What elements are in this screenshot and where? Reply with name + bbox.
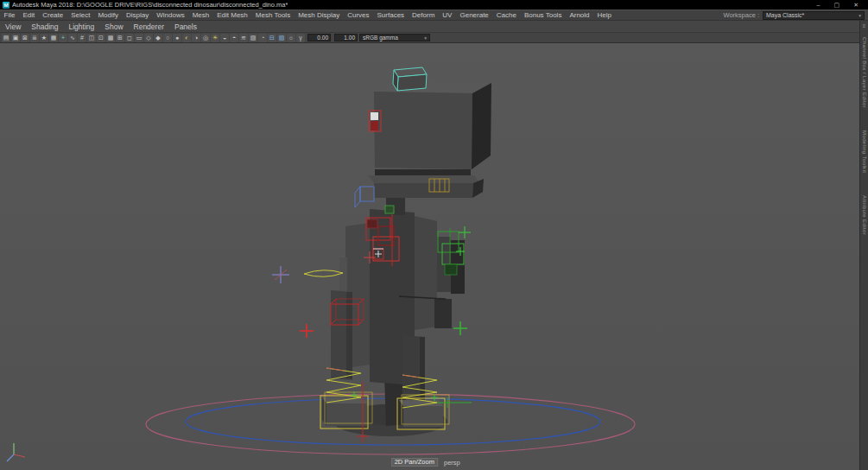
camera-attributes-icon[interactable]: ≣ [30, 34, 39, 42]
minimize-button[interactable]: – [817, 2, 820, 9]
panel-toolbar-icons: ▤▣⊠≣★▦+∿#◫⊡▩⊞◻▭◇◆○●◐◑◎☀◒◓≋▨◔⊟▧☼γ [2, 34, 306, 42]
multisample-icon[interactable]: ▨ [249, 34, 257, 42]
menu-item[interactable]: Cache [492, 10, 520, 21]
panel-tab[interactable]: Attribute Editor [862, 195, 867, 235]
view-axis-icon [7, 443, 25, 461]
resolution-gate-icon[interactable]: ⊡ [97, 34, 105, 42]
content-row: ViewShadingLightingShowRendererPanels ▤▣… [0, 21, 868, 470]
panel-tab[interactable]: Channel Box / Layer Editor [862, 37, 867, 108]
view-transform-dropdown[interactable]: sRGB gamma ▾ [359, 34, 430, 41]
bookmark-icon[interactable]: ★ [40, 34, 48, 42]
gamma-field[interactable]: 1.00 [334, 34, 358, 41]
field-chart-icon[interactable]: ⊞ [116, 34, 124, 42]
viewport-canvas [0, 43, 859, 470]
menu-item[interactable]: Surfaces [373, 10, 409, 21]
panel-menu-item[interactable]: Shading [26, 21, 63, 33]
panel-menu-item[interactable]: Renderer [129, 21, 169, 33]
film-gate-icon[interactable]: ◫ [87, 34, 96, 42]
panel-menu-item[interactable]: Panels [169, 21, 202, 33]
panel-menu-item[interactable]: Lighting [63, 21, 99, 33]
close-button[interactable]: ✕ [853, 2, 858, 9]
menu-item[interactable]: Mesh [188, 10, 213, 21]
workspace-dropdown[interactable]: Maya Classic* ▾ [763, 11, 865, 20]
lock-camera-icon[interactable]: ⊠ [21, 34, 29, 42]
workspace-selector: Workspace : Maya Classic* ▾ [723, 11, 868, 20]
camera-name-hud: persp [444, 459, 460, 467]
panel-layout-icon[interactable]: ▤ [2, 34, 10, 42]
title-bar: M Autodesk Maya 2018: D:\GOOGLE DRIVE\RI… [0, 0, 868, 10]
xray-icon[interactable]: ▧ [277, 34, 286, 42]
safe-title-icon[interactable]: ▭ [135, 34, 143, 42]
ssao-icon[interactable]: ◓ [230, 34, 238, 42]
menu-item[interactable]: Curves [344, 10, 373, 21]
smooth-shade-icon[interactable]: ● [173, 34, 181, 42]
viewport[interactable]: 2D Pan/Zoom persp [0, 43, 859, 470]
panel-menu-bar: ViewShadingLightingShowRendererPanels [0, 21, 859, 33]
right-panel-tab-strip: ≡ Channel Box / Layer EditorModeling Too… [859, 21, 868, 470]
workspace-label: Workspace : [723, 11, 759, 19]
frame-all-icon[interactable]: ◇ [144, 34, 153, 42]
wireframe-icon[interactable]: ○ [163, 34, 172, 42]
menu-item[interactable]: Mesh Display [295, 10, 344, 21]
gamma-toggle-icon[interactable]: γ [296, 34, 305, 42]
isolate-select-icon[interactable]: ⊟ [268, 34, 276, 42]
textured-icon[interactable]: ◐ [182, 34, 191, 42]
menu-item[interactable]: Create [39, 10, 67, 21]
panel-menu-item[interactable]: View [0, 21, 26, 33]
dinosaur-model [322, 78, 491, 427]
panel-toolbar: ▤▣⊠≣★▦+∿#◫⊡▩⊞◻▭◇◆○●◐◑◎☀◒◓≋▨◔⊟▧☼γ 0.00 1.… [0, 33, 859, 43]
menu-item[interactable]: Generate [456, 10, 492, 21]
menu-item[interactable]: Windows [153, 10, 188, 21]
viewport-column: ViewShadingLightingShowRendererPanels ▤▣… [0, 21, 859, 470]
main-menu-items: FileEditCreateSelectModifyDisplayWindows… [0, 10, 615, 20]
maximize-button[interactable]: ▢ [834, 2, 840, 9]
wireframe-on-shaded-icon[interactable]: ◎ [201, 34, 210, 42]
window-title: Autodesk Maya 2018: D:\GOOGLE DRIVE\RIGS… [12, 1, 288, 9]
menu-item[interactable]: Edit Mesh [213, 10, 252, 21]
view-transform-value: sRGB gamma [363, 35, 398, 41]
default-material-icon[interactable]: ◑ [192, 34, 200, 42]
maya-window: M Autodesk Maya 2018: D:\GOOGLE DRIVE\RI… [0, 0, 868, 470]
window-controls: – ▢ ✕ [817, 2, 865, 9]
grid-icon[interactable]: # [78, 34, 86, 42]
depth-of-field-icon[interactable]: ◔ [258, 34, 267, 42]
exposure-field[interactable]: 0.00 [307, 34, 331, 41]
lights-icon[interactable]: ☀ [211, 34, 219, 42]
frame-selection-icon[interactable]: ◆ [154, 34, 162, 42]
image-plane-icon[interactable]: ▦ [49, 34, 58, 42]
select-camera-icon[interactable]: ▣ [11, 34, 20, 42]
exposure-toggle-icon[interactable]: ☼ [287, 34, 295, 42]
menu-item[interactable]: Help [593, 10, 615, 21]
safe-action-icon[interactable]: ◻ [125, 34, 134, 42]
grease-pencil-icon[interactable]: ∿ [68, 34, 77, 42]
right-panel-tabs: Channel Box / Layer EditorModeling Toolk… [862, 37, 867, 236]
menu-item[interactable]: Select [67, 10, 94, 21]
panel-menu-item[interactable]: Show [99, 21, 128, 33]
menu-item[interactable]: Edit [19, 10, 39, 21]
shadows-icon[interactable]: ◒ [220, 34, 229, 42]
menu-item[interactable]: Display [123, 10, 153, 21]
maya-app-icon: M [3, 2, 10, 9]
chevron-down-icon: ▾ [424, 35, 427, 41]
chevron-down-icon: ▾ [858, 13, 861, 18]
pan-zoom-hud-button[interactable]: 2D Pan/Zoom [391, 458, 438, 467]
viewport-hud: 2D Pan/Zoom persp [391, 458, 460, 467]
menu-item[interactable]: Mesh Tools [251, 10, 294, 21]
main-menu-bar: FileEditCreateSelectModifyDisplayWindows… [0, 10, 868, 21]
menu-item[interactable]: Bonus Tools [520, 10, 565, 21]
dock-handle-icon[interactable]: ≡ [863, 23, 866, 29]
menu-item[interactable]: Deform [409, 10, 439, 21]
motion-blur-icon[interactable]: ≋ [239, 34, 248, 42]
menu-item[interactable]: Modify [94, 10, 123, 21]
menu-item[interactable]: File [0, 10, 19, 21]
workspace-value: Maya Classic* [766, 12, 804, 18]
pan-zoom-icon[interactable]: + [59, 34, 67, 42]
menu-item[interactable]: UV [439, 10, 456, 21]
panel-tab[interactable]: Modeling Toolkit [862, 130, 867, 173]
gate-mask-icon[interactable]: ▩ [106, 34, 115, 42]
menu-item[interactable]: Arnold [566, 10, 593, 21]
